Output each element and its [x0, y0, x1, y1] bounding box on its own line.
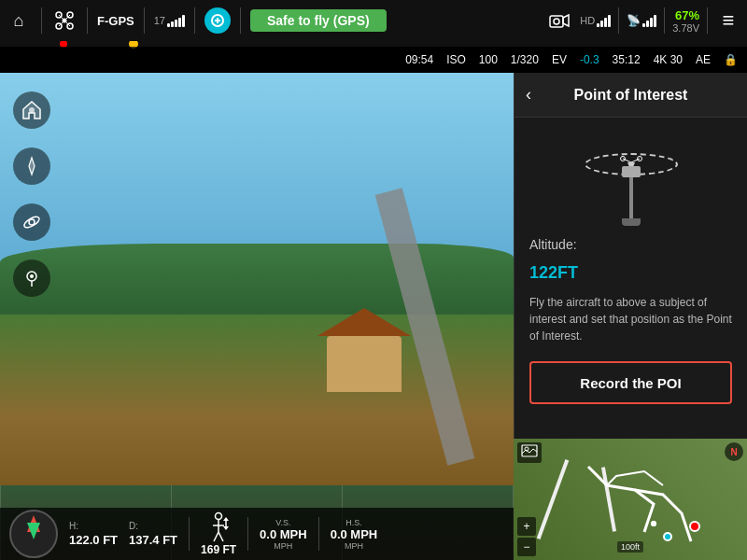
- map-scale: 100ft: [617, 541, 643, 553]
- hd-bar-2: [600, 21, 603, 27]
- svg-point-20: [30, 274, 34, 278]
- hs-stat: H.S. 0.0 MPH MPH: [331, 518, 378, 551]
- ev-label: EV: [552, 53, 567, 66]
- topbar-right: HD 📡 67% 3.78V ≡: [546, 7, 741, 34]
- camera-info-bar: 09:54 ISO 100 1/320 EV -0.3 35:12 4K 30 …: [0, 47, 747, 73]
- gps-bars: [642, 14, 656, 27]
- separator-6: [618, 7, 619, 34]
- sig-bar-2: [171, 21, 174, 27]
- svg-marker-15: [29, 158, 35, 175]
- vs-label: V.S.: [275, 518, 290, 527]
- active-mode-icon[interactable]: [204, 7, 231, 34]
- hd-bar-1: [597, 23, 599, 27]
- distance-stat: D: 137.4 FT: [129, 521, 177, 547]
- shutter-speed: 1/320: [511, 53, 539, 66]
- mini-map[interactable]: + − 100ft N: [514, 439, 747, 560]
- sig-bar-1: [167, 23, 170, 27]
- record-poi-button[interactable]: Record the POI: [529, 361, 732, 404]
- house: [327, 336, 402, 392]
- map-zoom-controls: + −: [517, 517, 536, 556]
- map-zoom-out[interactable]: −: [517, 538, 536, 556]
- lock-icon: 🔒: [724, 53, 738, 66]
- menu-icon[interactable]: ≡: [715, 7, 741, 34]
- poi-title: Point of Interest: [574, 87, 688, 104]
- time-display: 09:54: [405, 53, 433, 66]
- main-content: H: 122.0 FT D: 137.4 FT: [0, 73, 747, 560]
- iso-label: ISO: [446, 53, 466, 66]
- svg-point-17: [29, 219, 35, 225]
- distance-label: D:: [129, 521, 177, 531]
- separator-1: [41, 7, 42, 34]
- sig-bar-4: [178, 18, 181, 27]
- ratio: 35:12: [613, 53, 641, 66]
- svg-marker-12: [563, 15, 569, 26]
- stat-divider-2: [247, 517, 248, 551]
- hd-bar-4: [608, 15, 611, 27]
- hs-unit: MPH: [345, 541, 363, 551]
- drone-icon[interactable]: [51, 7, 78, 34]
- poi-panel: ‹ Point of Interest: [514, 73, 747, 439]
- map-poi-dot: [689, 521, 700, 532]
- hs-value: 0.0 MPH: [331, 527, 378, 541]
- separator-4: [194, 7, 195, 34]
- poi-illustration: [575, 133, 687, 226]
- svg-rect-10: [550, 16, 563, 27]
- left-icons: [13, 91, 50, 297]
- separator-7: [664, 7, 665, 34]
- hd-signal: HD: [580, 14, 611, 27]
- orbit-icon[interactable]: [13, 203, 50, 241]
- height-value: 122.0 FT: [69, 533, 118, 547]
- gps-bar-1: [642, 23, 645, 27]
- ev-value: -0.3: [580, 53, 599, 66]
- gps-signal-icon: 📡: [627, 14, 641, 27]
- sig-bar-3: [175, 20, 177, 27]
- height-stat: H: 122.0 FT: [69, 521, 118, 547]
- height-label: H:: [69, 521, 118, 531]
- distance-value: 137.4 FT: [129, 533, 177, 547]
- svg-marker-27: [223, 526, 229, 530]
- poi-back-button[interactable]: ‹: [526, 85, 531, 105]
- camera-feed: H: 122.0 FT D: 137.4 FT: [0, 73, 514, 560]
- vs-value: 0.0 MPH: [260, 527, 307, 541]
- sig-bar-5: [182, 15, 185, 27]
- map-zoom-in[interactable]: +: [517, 517, 536, 536]
- svg-marker-26: [223, 517, 229, 521]
- separator-5: [240, 7, 241, 34]
- poi-tower: [629, 172, 633, 218]
- separator-3: [144, 7, 145, 34]
- camera-icon[interactable]: [546, 7, 572, 34]
- mini-map-area: + − 100ft N: [514, 439, 747, 560]
- svg-line-24: [214, 532, 218, 541]
- compass: [9, 510, 58, 558]
- home-icon[interactable]: ⌂: [6, 7, 32, 34]
- compass-icon[interactable]: [13, 147, 50, 185]
- gps-signal-2: 📡: [627, 14, 656, 27]
- compass-needle: [27, 515, 40, 539]
- gps-bar-4: [654, 15, 656, 27]
- map-blue-dot: [663, 532, 672, 541]
- poi-description: Fly the aircraft to above a subject of i…: [529, 294, 732, 344]
- vs-stat: V.S. 0.0 MPH MPH: [260, 518, 307, 551]
- separator-8: [707, 7, 708, 34]
- svg-point-6: [63, 19, 67, 23]
- signal-number: 17: [154, 15, 165, 26]
- battery-percent: 67%: [675, 8, 699, 22]
- separator-2: [87, 7, 88, 34]
- hs-label: H.S.: [345, 518, 362, 527]
- svg-line-25: [218, 532, 223, 541]
- poi-altitude-value: 122FT: [529, 263, 578, 283]
- vs-unit: MPH: [274, 541, 292, 551]
- iso-value: 100: [479, 53, 498, 66]
- battery-info: 67% 3.78V: [672, 8, 699, 34]
- home-point-icon[interactable]: [13, 91, 50, 129]
- resolution: 4K 30: [654, 53, 683, 66]
- battery-volt: 3.78V: [672, 22, 699, 34]
- signal-info: 17: [154, 14, 185, 27]
- svg-point-14: [29, 107, 35, 113]
- status-bar: H: 122.0 FT D: 137.4 FT: [0, 508, 514, 560]
- poi-base: [622, 218, 641, 226]
- hd-label: HD: [580, 15, 595, 26]
- poi-marker-icon[interactable]: [13, 259, 50, 297]
- svg-point-21: [216, 513, 222, 520]
- svg-point-16: [22, 215, 41, 230]
